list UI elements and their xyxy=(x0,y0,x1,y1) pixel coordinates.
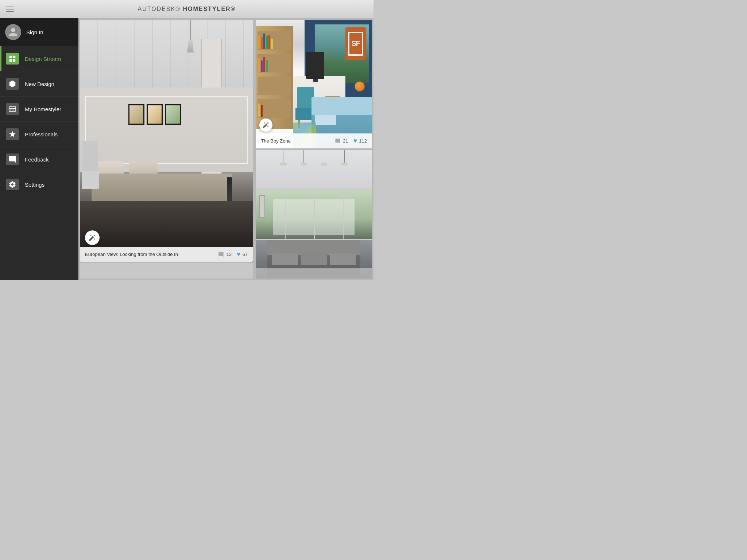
sidebar: Sign In Design Stream New Design xyxy=(0,18,78,280)
main-heart-icon: ♥ xyxy=(237,250,241,258)
left-chairs xyxy=(82,141,99,201)
sidebar-item-my-homestyler[interactable]: My Homestyler xyxy=(0,97,78,122)
design-stream-icon-bg xyxy=(6,53,19,65)
top-bar: AUTODESK® HOMESTYLER® xyxy=(0,0,374,18)
main-like-count: 67 xyxy=(243,252,248,257)
app-title: AUTODESK® HOMESTYLER® xyxy=(138,6,236,12)
design-stream-label: Design Stream xyxy=(25,56,61,62)
boy-zone-scene: SF xyxy=(256,20,372,148)
boy-zone-heart-icon: ♥ xyxy=(353,137,357,145)
new-design-label: New Design xyxy=(25,81,54,87)
main-comment-count: 12 xyxy=(227,252,232,257)
hanging-lamps xyxy=(273,150,355,166)
vase xyxy=(227,177,232,201)
boy-zone-stats: 21 ♥ 112 xyxy=(334,137,367,145)
boy-zone-like-stat: ♥ 112 xyxy=(353,137,367,145)
living-scene xyxy=(256,150,372,279)
menu-button[interactable] xyxy=(6,7,14,12)
svg-point-6 xyxy=(10,109,11,110)
table-top xyxy=(256,268,372,279)
wall-art xyxy=(259,195,265,218)
bottom-strip xyxy=(80,263,253,279)
frame-2 xyxy=(147,104,163,125)
sidebar-item-feedback[interactable]: Feedback xyxy=(0,147,78,172)
magic-wand-button[interactable] xyxy=(85,230,100,245)
avatar xyxy=(5,24,21,40)
feedback-icon-bg xyxy=(6,153,19,165)
window-frame xyxy=(256,188,372,240)
sidebar-item-professionals[interactable]: Professionals xyxy=(0,122,78,147)
main-like-stat: ♥ 67 xyxy=(237,250,248,258)
sidebar-nav: Design Stream New Design My Homestyler xyxy=(0,46,78,280)
art-frames xyxy=(128,104,181,125)
main-card[interactable]: European View: Looking from the Outside … xyxy=(80,20,253,262)
boy-zone-comment-stat: 21 xyxy=(334,138,348,144)
professionals-label: Professionals xyxy=(25,131,58,137)
sidebar-item-settings[interactable]: Settings xyxy=(0,172,78,197)
svg-rect-1 xyxy=(13,56,15,58)
svg-rect-3 xyxy=(13,59,15,62)
settings-icon-bg xyxy=(6,179,19,190)
main-card-title: European View: Looking from the Outside … xyxy=(85,252,178,257)
feedback-label: Feedback xyxy=(25,156,49,163)
right-column: SF xyxy=(256,20,372,279)
main-comment-stat: 12 xyxy=(217,252,232,257)
boy-zone-card[interactable]: SF xyxy=(256,20,372,148)
sign-in-section[interactable]: Sign In xyxy=(0,18,78,46)
boy-zone-title: The Boy Zone xyxy=(261,138,291,144)
professionals-icon-bg xyxy=(6,128,19,140)
left-column: European View: Looking from the Outside … xyxy=(80,20,253,279)
ceiling-lines xyxy=(80,20,253,92)
main-card-overlay: European View: Looking from the Outside … xyxy=(80,247,253,262)
frame-3 xyxy=(165,104,181,125)
my-homestyler-icon-bg xyxy=(6,103,19,115)
svg-rect-4 xyxy=(9,107,16,112)
sign-in-label: Sign In xyxy=(26,29,43,35)
boy-zone-overlay: The Boy Zone 21 ♥ 112 xyxy=(256,133,372,148)
bedroom-art xyxy=(80,20,253,262)
svg-rect-2 xyxy=(9,59,12,62)
boy-zone-comment-count: 21 xyxy=(343,138,348,144)
content-area: European View: Looking from the Outside … xyxy=(78,18,374,280)
pendant-lamp xyxy=(187,20,194,52)
living-room-card[interactable] xyxy=(256,150,372,279)
new-design-icon-bg xyxy=(6,78,19,90)
frame-1 xyxy=(128,104,144,125)
boy-zone-magic-button[interactable] xyxy=(259,118,272,132)
sidebar-item-new-design[interactable]: New Design xyxy=(0,71,78,97)
app-title-bold: HOMESTYLER® xyxy=(183,6,236,12)
boy-zone-like-count: 112 xyxy=(359,138,367,144)
app-title-regular: AUTODESK® xyxy=(138,6,183,12)
main-card-stats: 12 ♥ 67 xyxy=(217,250,248,258)
svg-rect-0 xyxy=(9,56,12,58)
my-homestyler-label: My Homestyler xyxy=(25,106,61,112)
sidebar-item-design-stream[interactable]: Design Stream xyxy=(0,46,78,71)
bookshelf xyxy=(256,26,293,129)
main-layout: Sign In Design Stream New Design xyxy=(0,18,374,280)
settings-label: Settings xyxy=(25,182,44,188)
svg-rect-7 xyxy=(12,110,14,110)
